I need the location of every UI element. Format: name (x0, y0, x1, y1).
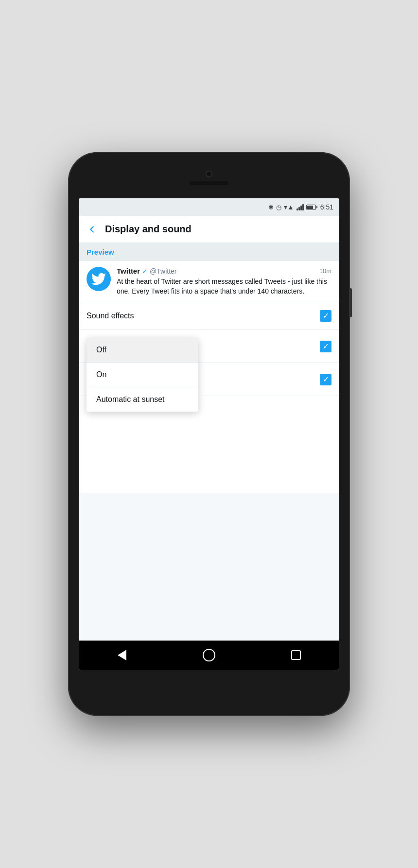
back-triangle-icon (118, 650, 126, 660)
tweet-header: Twitter ✓ @Twitter 10m (117, 267, 331, 275)
sound-effects-content: Sound effects (87, 312, 320, 320)
nav-back-button[interactable] (112, 645, 132, 665)
sound-effects-row[interactable]: Sound effects ✓ (79, 302, 339, 330)
dropdown-item-on[interactable]: On (87, 363, 198, 387)
checkmark-icon3: ✓ (323, 376, 329, 383)
inapp-browser-checkbox[interactable]: ✓ (320, 374, 331, 385)
nav-recent-button[interactable] (286, 645, 306, 665)
nav-home-button[interactable] (199, 645, 219, 665)
toolbar: Display and sound (79, 216, 339, 243)
verified-icon: ✓ (142, 267, 148, 275)
recent-square-icon (291, 650, 301, 660)
content-area: Preview Twitter ✓ (79, 243, 339, 641)
tweet-name-row: Twitter ✓ @Twitter (117, 267, 177, 275)
tweet-content: Twitter ✓ @Twitter 10m At the heart of T… (117, 267, 331, 296)
status-time: 6:51 (320, 203, 333, 211)
wifi-icon: ▾▲ (284, 203, 294, 211)
tweet-text: At the heart of Twitter are short messag… (117, 277, 331, 296)
home-circle-icon (203, 649, 215, 661)
tweet-time: 10m (319, 267, 331, 275)
dropdown-menu[interactable]: Off On Automatic at sunset (87, 338, 198, 412)
navigation-bar (79, 641, 339, 670)
status-icons: ✱ ◷ ▾▲ (268, 203, 333, 211)
dropdown-item-auto[interactable]: Automatic at sunset (87, 387, 198, 412)
tweet-name: Twitter (117, 267, 140, 275)
dropdown-item-off[interactable]: Off (87, 338, 198, 363)
speaker-slot (190, 181, 228, 185)
tweet-handle: @Twitter (150, 267, 176, 275)
back-button[interactable] (87, 224, 97, 235)
battery-icon (306, 205, 316, 210)
night-mode-checkbox[interactable]: ✓ (320, 341, 331, 352)
preview-section-header: Preview (79, 243, 339, 261)
page-title: Display and sound (105, 224, 192, 235)
checkmark-icon: ✓ (323, 312, 329, 320)
phone-body: ✱ ◷ ▾▲ (68, 152, 350, 716)
sound-effects-checkbox[interactable]: ✓ (320, 310, 331, 322)
status-bar: ✱ ◷ ▾▲ (79, 198, 339, 216)
phone-outer: ✱ ◷ ▾▲ (0, 0, 418, 868)
volume-button (349, 288, 352, 317)
signal-icon (296, 204, 304, 210)
tweet-preview: Twitter ✓ @Twitter 10m At the heart of T… (79, 261, 339, 302)
phone-screen: ✱ ◷ ▾▲ (79, 198, 339, 670)
checkmark-icon2: ✓ (323, 343, 329, 350)
sound-effects-label: Sound effects (87, 312, 134, 320)
alarm-icon: ◷ (276, 204, 281, 211)
tweet-avatar (87, 267, 111, 291)
camera-dot (206, 171, 212, 177)
bluetooth-icon: ✱ (268, 204, 274, 211)
